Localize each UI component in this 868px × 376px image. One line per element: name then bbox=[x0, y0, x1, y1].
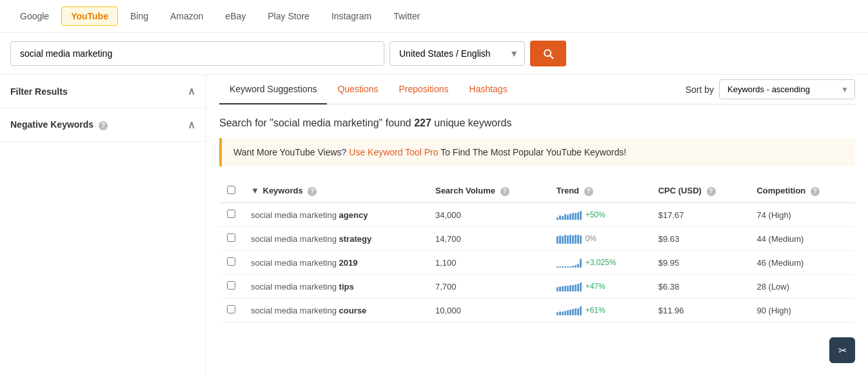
row-competition: 46 (Medium) bbox=[749, 251, 855, 275]
trend-bar bbox=[564, 286, 566, 292]
trend-bar bbox=[557, 266, 558, 268]
float-action-button[interactable]: ✂ bbox=[829, 337, 855, 363]
table-row: social media marketing course10,000 +61%… bbox=[219, 299, 855, 322]
tab-questions[interactable]: Questions bbox=[327, 75, 388, 104]
search-volume-help-icon[interactable]: ? bbox=[500, 187, 509, 196]
search-icon bbox=[542, 47, 555, 60]
trend-bar bbox=[569, 310, 571, 315]
trend-bar bbox=[557, 217, 558, 220]
row-checkbox-1[interactable] bbox=[227, 233, 235, 242]
trend-percentage: +50% bbox=[586, 210, 606, 219]
row-cpc: $11.96 bbox=[651, 299, 749, 322]
trend-bar bbox=[577, 235, 579, 244]
th-select-all bbox=[219, 179, 243, 203]
sort-select-wrapper: Keywords - ascending Keywords - descendi… bbox=[719, 79, 855, 99]
top-navigation: Google YouTube Bing Amazon eBay Play Sto… bbox=[0, 0, 868, 33]
table-header-row: ▼ Keywords ? Search Volume ? Trend ? CPC… bbox=[219, 179, 855, 203]
row-checkbox-cell bbox=[219, 203, 243, 227]
trend-bar bbox=[557, 236, 558, 244]
row-search-volume: 1,100 bbox=[428, 251, 549, 275]
trend-help-icon[interactable]: ? bbox=[584, 187, 593, 196]
row-trend: +61% bbox=[549, 299, 651, 322]
trend-bar bbox=[564, 266, 566, 268]
cpc-help-icon[interactable]: ? bbox=[707, 187, 716, 196]
keywords-help-icon[interactable]: ? bbox=[308, 187, 317, 196]
country-selector-wrapper: United States / English United Kingdom /… bbox=[390, 41, 525, 66]
trend-bar bbox=[572, 266, 574, 268]
trend-percentage: +47% bbox=[586, 282, 606, 291]
row-checkbox-2[interactable] bbox=[227, 257, 235, 266]
filter-results-section: Filter Results ∧ bbox=[0, 75, 206, 108]
table-row: social media marketing agency34,000 +50%… bbox=[219, 203, 855, 227]
trend-bar bbox=[562, 312, 564, 315]
trend-bar bbox=[557, 312, 558, 315]
row-cpc: $9.63 bbox=[651, 227, 749, 251]
trend-bar bbox=[577, 264, 579, 268]
filter-results-header[interactable]: Filter Results ∧ bbox=[0, 75, 206, 108]
row-keyword: social media marketing strategy bbox=[243, 227, 428, 251]
trend-bar bbox=[567, 286, 569, 292]
nav-tab-bing[interactable]: Bing bbox=[121, 6, 158, 26]
row-keyword: social media marketing 2019 bbox=[243, 251, 428, 275]
trend-bar bbox=[572, 309, 574, 315]
search-input[interactable]: social media marketing bbox=[10, 41, 384, 66]
search-button[interactable] bbox=[530, 41, 566, 66]
row-checkbox-4[interactable] bbox=[227, 305, 235, 313]
trend-bar bbox=[562, 216, 564, 220]
filter-results-label: Filter Results bbox=[10, 86, 68, 97]
float-action-icon: ✂ bbox=[838, 344, 847, 357]
sort-select[interactable]: Keywords - ascending Keywords - descendi… bbox=[719, 79, 855, 99]
filter-results-chevron-icon: ∧ bbox=[188, 85, 195, 97]
th-trend: Trend ? bbox=[549, 179, 651, 203]
trend-percentage: 0% bbox=[586, 234, 597, 243]
trend-bars bbox=[557, 281, 582, 292]
trend-bar bbox=[572, 213, 574, 220]
result-count-number: 227 bbox=[414, 117, 431, 128]
nav-tab-instagram[interactable]: Instagram bbox=[322, 6, 381, 26]
row-search-volume: 14,700 bbox=[428, 227, 549, 251]
row-checkbox-cell bbox=[219, 251, 243, 275]
row-keyword: social media marketing tips bbox=[243, 275, 428, 299]
nav-tab-ebay[interactable]: eBay bbox=[215, 6, 255, 26]
select-all-checkbox[interactable] bbox=[227, 186, 235, 194]
trend-bar bbox=[580, 235, 582, 244]
nav-tab-twitter[interactable]: Twitter bbox=[384, 6, 429, 26]
nav-tab-amazon[interactable]: Amazon bbox=[161, 6, 213, 26]
row-cpc: $6.38 bbox=[651, 275, 749, 299]
trend-bar bbox=[559, 286, 561, 292]
trend-bars bbox=[557, 233, 582, 244]
trend-bars bbox=[557, 210, 582, 220]
nav-tab-google[interactable]: Google bbox=[10, 6, 59, 26]
result-count: Search for "social media marketing" foun… bbox=[219, 115, 855, 129]
trend-bar bbox=[567, 310, 569, 315]
main-content: Keyword Suggestions Questions Prepositio… bbox=[206, 75, 868, 376]
row-keyword: social media marketing course bbox=[243, 299, 428, 322]
tab-hashtags[interactable]: Hashtags bbox=[459, 75, 518, 104]
table-row: social media marketing tips7,700 +47% $6… bbox=[219, 275, 855, 299]
negative-keywords-help-icon[interactable]: ? bbox=[99, 121, 108, 130]
row-checkbox-0[interactable] bbox=[227, 210, 235, 218]
table-row: social media marketing 20191,100 +3,025%… bbox=[219, 251, 855, 275]
trend-bar bbox=[559, 312, 561, 315]
search-bar: social media marketing United States / E… bbox=[0, 33, 868, 75]
row-checkbox-3[interactable] bbox=[227, 281, 235, 290]
trend-bar bbox=[580, 306, 582, 315]
trend-bar bbox=[577, 308, 579, 315]
trend-bar bbox=[562, 266, 564, 268]
trend-bar bbox=[562, 286, 564, 292]
competition-help-icon[interactable]: ? bbox=[811, 187, 820, 196]
nav-tab-youtube[interactable]: YouTube bbox=[61, 6, 118, 26]
negative-keywords-header[interactable]: Negative Keywords ? ∧ bbox=[0, 108, 206, 141]
trend-bar bbox=[580, 259, 582, 268]
row-cpc: $9.95 bbox=[651, 251, 749, 275]
nav-tab-playstore[interactable]: Play Store bbox=[258, 6, 319, 26]
country-select[interactable]: United States / English United Kingdom /… bbox=[390, 41, 525, 66]
row-search-volume: 10,000 bbox=[428, 299, 549, 322]
promo-link[interactable]: Use Keyword Tool Pro bbox=[349, 147, 438, 157]
tab-prepositions[interactable]: Prepositions bbox=[388, 75, 459, 104]
row-search-volume: 34,000 bbox=[428, 203, 549, 227]
row-competition: 44 (Medium) bbox=[749, 227, 855, 251]
main-layout: Filter Results ∧ Negative Keywords ? ∧ K… bbox=[0, 75, 868, 376]
trend-bar bbox=[567, 215, 569, 220]
tab-keyword-suggestions[interactable]: Keyword Suggestions bbox=[219, 75, 327, 104]
